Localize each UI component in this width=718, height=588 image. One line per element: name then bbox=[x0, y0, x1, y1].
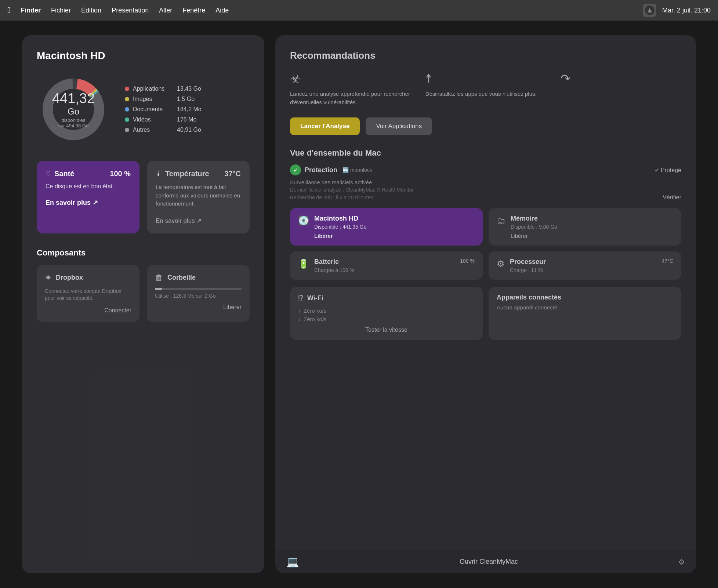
legend-dot-images bbox=[125, 97, 129, 101]
protection-shield-icon: ✓ bbox=[290, 164, 301, 175]
tester-vitesse-button[interactable]: Tester la vitesse bbox=[298, 327, 475, 333]
health-card-header: ♡ Santé 100 % bbox=[46, 170, 131, 178]
memoire-liberer-button[interactable]: Libérer bbox=[511, 233, 673, 239]
dropbox-name: Dropbox bbox=[56, 274, 83, 282]
menubar-datetime: Mar. 2 juil. 21:00 bbox=[662, 7, 711, 14]
menubar:  Finder Fichier Édition Présentation Al… bbox=[0, 0, 718, 21]
legend-item-autres: Autres 40,91 Go bbox=[125, 127, 202, 133]
appareils-card: Appareils connectés Aucun appareil conne… bbox=[489, 287, 681, 340]
wifi-card: ⁉ Wi-Fi ↑ Zéro ko/s ↓ Zéro ko/s Tester l… bbox=[290, 287, 483, 340]
health-card-value: 100 % bbox=[110, 170, 131, 178]
legend-size-videos: 176 Mo bbox=[177, 116, 196, 123]
corbeille-liberer-button[interactable]: Libérer bbox=[155, 304, 242, 311]
legend-name-autres: Autres bbox=[133, 127, 173, 133]
right-panel: Recommandations ☣ Lancez une analyse app… bbox=[275, 35, 696, 573]
menu-aller[interactable]: Aller bbox=[159, 7, 172, 14]
cards-row: ♡ Santé 100 % Ce disque est en bon état.… bbox=[37, 161, 250, 233]
disk-available-total: sur 494,38 Go bbox=[52, 123, 95, 128]
health-card-link[interactable]: En savoir plus ↗ bbox=[46, 199, 131, 207]
voir-applications-button[interactable]: Voir Applications bbox=[366, 117, 432, 135]
system-grid: 💽 Macintosh HD Disponible : 441,35 Go Li… bbox=[290, 208, 681, 280]
menubar-right: Mar. 2 juil. 21:00 bbox=[643, 4, 711, 17]
temp-card-value: 37°C bbox=[224, 170, 241, 178]
menu-fenetre[interactable]: Fenêtre bbox=[182, 7, 205, 14]
verifier-button[interactable]: Vérifier bbox=[663, 194, 681, 201]
memoire-detail: Disponible : 9,00 Go bbox=[511, 224, 673, 230]
menu-presentation[interactable]: Présentation bbox=[112, 7, 149, 14]
recommendations-title: Recommandations bbox=[290, 50, 681, 61]
menu-aide[interactable]: Aide bbox=[215, 7, 229, 14]
recommendations-grid: ☣ Lancez une analyse approfondie pour re… bbox=[290, 72, 681, 106]
menu-finder[interactable]: Finder bbox=[21, 7, 41, 14]
menu-fichier[interactable]: Fichier bbox=[51, 7, 71, 14]
menu-edition[interactable]: Édition bbox=[81, 7, 101, 14]
processeur-badge: 47°C bbox=[662, 258, 673, 264]
protection-label: Protection bbox=[305, 166, 337, 174]
wifi-icon: ⁉ bbox=[298, 294, 304, 302]
moonlock-badge: 🆕 moonlock bbox=[342, 167, 372, 173]
legend-name-applications: Applications bbox=[133, 86, 173, 92]
dropbox-icon: ✷ bbox=[45, 273, 51, 283]
legend-size-autres: 40,91 Go bbox=[177, 127, 201, 133]
macintosh-hd-icon: 💽 bbox=[298, 215, 309, 226]
rec-analyse-icon: ☣ bbox=[290, 72, 411, 86]
rec-item-analyse: ☣ Lancez une analyse approfondie pour re… bbox=[290, 72, 411, 106]
health-card: ♡ Santé 100 % Ce disque est en bon état.… bbox=[37, 161, 139, 233]
legend-dot-documents bbox=[125, 107, 129, 112]
corbeille-bar-bg bbox=[155, 288, 242, 290]
vue-ensemble-title: Vue d'ensemble du Mac bbox=[290, 148, 681, 158]
legend-name-documents: Documents bbox=[133, 106, 173, 113]
dropbox-connect-button[interactable]: Connecter bbox=[45, 307, 131, 314]
wifi-upload-speed: Zéro ko/s bbox=[304, 308, 327, 314]
health-icon: ♡ bbox=[46, 170, 51, 177]
wifi-section: ⁉ Wi-Fi ↑ Zéro ko/s ↓ Zéro ko/s Tester l… bbox=[290, 287, 681, 340]
legend-item-documents: Documents 184,2 Mo bbox=[125, 106, 202, 113]
composant-corbeille: 🗑 Corbeille Utilisé : 126,3 Mo sur 2 Go … bbox=[147, 265, 250, 322]
batterie-detail: Chargée à 100 % bbox=[314, 267, 455, 273]
memoire-icon: 🗂 bbox=[497, 215, 505, 226]
sys-card-memoire[interactable]: 🗂 Mémoire Disponible : 9,00 Go Libérer bbox=[489, 208, 681, 246]
composant-dropbox: ✷ Dropbox Connectez votre compte Dropbox… bbox=[37, 265, 139, 322]
sys-card-batterie[interactable]: 🔋 Batterie Chargée à 100 % 100 % bbox=[290, 251, 483, 280]
batterie-content: Batterie Chargée à 100 % bbox=[314, 258, 455, 273]
legend-item-videos: Vidéos 176 Mo bbox=[125, 116, 202, 123]
temp-card-desc: La température est tout à fait conforme … bbox=[156, 183, 241, 208]
protection-update-row: Recherche de màj : il y a 20 minutes Vér… bbox=[290, 194, 681, 201]
corbeille-bar-fill bbox=[155, 288, 162, 290]
disk-chart-area: 441,32 Go disponibles sur 494,38 Go Appl… bbox=[37, 73, 250, 146]
temp-card-link[interactable]: En savoir plus ↗ bbox=[156, 217, 241, 225]
legend-name-images: Images bbox=[133, 96, 173, 102]
app-icon bbox=[643, 4, 656, 17]
wifi-download-arrow-icon: ↓ bbox=[298, 316, 301, 322]
processeur-content: Processeur Charge : 11 % bbox=[510, 258, 657, 273]
health-card-title: Santé bbox=[54, 170, 74, 178]
macintosh-hd-name: Macintosh HD bbox=[314, 215, 475, 222]
protection-update-text: Recherche de màj : il y a 20 minutes bbox=[290, 195, 373, 200]
menubar-left:  Finder Fichier Édition Présentation Al… bbox=[7, 6, 229, 15]
lancer-analyse-button[interactable]: Lancer l'Analyse bbox=[290, 117, 360, 135]
rec-apps-text: Désinstallez les apps que vous n'utilise… bbox=[425, 90, 546, 98]
temp-icon: 🌡 bbox=[156, 171, 162, 177]
rec-analyse-text: Lancez une analyse approfondie pour rech… bbox=[290, 90, 411, 106]
legend-item-images: Images 1,5 Go bbox=[125, 96, 202, 102]
apple-logo-icon[interactable]:  bbox=[7, 6, 10, 15]
sys-card-macintosh-hd[interactable]: 💽 Macintosh HD Disponible : 441,35 Go Li… bbox=[290, 208, 483, 246]
macintosh-hd-detail: Disponible : 441,35 Go bbox=[314, 224, 475, 230]
wifi-download-row: ↓ Zéro ko/s bbox=[298, 316, 475, 322]
ouvrir-cleanmymac-button[interactable]: Ouvrir CleanMyMac bbox=[460, 558, 518, 566]
composants-row: ✷ Dropbox Connectez votre compte Dropbox… bbox=[37, 265, 250, 322]
cleanmymac-logo-icon: 💻 bbox=[286, 556, 299, 568]
settings-button[interactable]: ⚙ bbox=[678, 558, 685, 566]
left-panel-title: Macintosh HD bbox=[37, 50, 250, 62]
sys-card-processeur[interactable]: ⚙ Processeur Charge : 11 % 47°C bbox=[489, 251, 681, 280]
wifi-download-speed: Zéro ko/s bbox=[304, 316, 327, 322]
corbeille-bar-container bbox=[155, 288, 242, 290]
macintosh-hd-liberer-button[interactable]: Libérer bbox=[314, 233, 475, 239]
disk-stats-center: 441,32 Go disponibles sur 494,38 Go bbox=[52, 91, 95, 128]
bottom-bar: 💻 Ouvrir CleanMyMac ⚙ bbox=[275, 550, 696, 573]
dropbox-desc: Connectez votre compte Dropbox pour voir… bbox=[45, 288, 131, 302]
protection-row: ✓ Protection 🆕 moonlock ✓ Protégé bbox=[290, 164, 681, 175]
health-card-title-row: ♡ Santé bbox=[46, 170, 74, 178]
batterie-badge: 100 % bbox=[460, 258, 475, 264]
macintosh-hd-content: Macintosh HD Disponible : 441,35 Go Libé… bbox=[314, 215, 475, 239]
